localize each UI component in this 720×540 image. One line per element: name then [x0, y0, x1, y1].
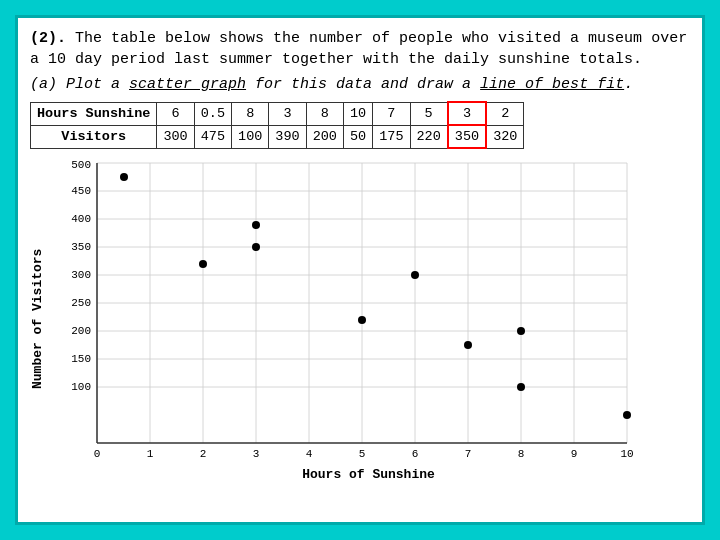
part-a-text: (a) Plot a scatter graph for this data a… [30, 76, 690, 93]
y-tick-450: 450 [71, 185, 91, 197]
x-tick-4: 4 [306, 448, 313, 460]
y-tick-150: 150 [71, 353, 91, 365]
r2c2: 475 [194, 125, 231, 148]
data-point-5 [517, 327, 525, 335]
x-tick-10: 10 [620, 448, 633, 460]
r1c3: 8 [232, 102, 269, 125]
x-tick-1: 1 [147, 448, 154, 460]
x-tick-3: 3 [253, 448, 260, 460]
x-tick-2: 2 [200, 448, 207, 460]
data-point-6 [623, 411, 631, 419]
r2c4: 390 [269, 125, 306, 148]
r1c9-highlight: 3 [448, 102, 486, 125]
y-tick-250: 250 [71, 297, 91, 309]
y-tick-300: 300 [71, 269, 91, 281]
y-tick-400: 400 [71, 213, 91, 225]
chart-wrapper: .grid-line { stroke: #ccc; stroke-width:… [47, 155, 690, 482]
data-table: Hours Sunshine 6 0.5 8 3 8 10 7 5 3 2 Vi… [30, 101, 524, 149]
r2c10: 320 [486, 125, 524, 148]
r1c10: 2 [486, 102, 524, 125]
card: (2). The table below shows the number of… [15, 15, 705, 525]
part-a-prefix: (a) Plot a [30, 76, 129, 93]
x-tick-7: 7 [465, 448, 472, 460]
scatter-graph-link: scatter graph [129, 76, 246, 93]
x-tick-0: 0 [94, 448, 101, 460]
x-tick-5: 5 [359, 448, 366, 460]
data-point-7 [464, 341, 472, 349]
r2c1: 300 [157, 125, 194, 148]
data-point-3 [517, 383, 525, 391]
problem-number: (2). [30, 30, 66, 47]
data-point-8 [358, 316, 366, 324]
y-tick-100: 100 [71, 381, 91, 393]
data-table-container: Hours Sunshine 6 0.5 8 3 8 10 7 5 3 2 Vi… [30, 101, 690, 149]
data-point-4 [252, 221, 260, 229]
problem-description: The table below shows the number of peop… [30, 30, 687, 68]
r1c5: 8 [306, 102, 343, 125]
y-tick-350: 350 [71, 241, 91, 253]
x-tick-8: 8 [518, 448, 525, 460]
r1c4: 3 [269, 102, 306, 125]
r2c5: 200 [306, 125, 343, 148]
r2c9-highlight: 350 [448, 125, 486, 148]
r1c6: 10 [343, 102, 372, 125]
data-point-1 [411, 271, 419, 279]
r2c3: 100 [232, 125, 269, 148]
problem-text: (2). The table below shows the number of… [30, 28, 690, 70]
scatter-chart: .grid-line { stroke: #ccc; stroke-width:… [47, 155, 637, 465]
r2c8: 220 [410, 125, 448, 148]
row2-header: Visitors [31, 125, 157, 148]
r1c7: 7 [373, 102, 410, 125]
r1c8: 5 [410, 102, 448, 125]
row1-header: Hours Sunshine [31, 102, 157, 125]
y-tick-200: 200 [71, 325, 91, 337]
chart-area: Number of Visitors .grid-line { stroke: … [30, 155, 690, 482]
x-tick-9: 9 [571, 448, 578, 460]
y-axis-label: Number of Visitors [30, 155, 45, 482]
x-tick-6: 6 [412, 448, 419, 460]
r1c2: 0.5 [194, 102, 231, 125]
data-point-10 [199, 260, 207, 268]
part-a-mid: for this data and draw a [246, 76, 480, 93]
best-fit-link: line of best fit [480, 76, 624, 93]
r1c1: 6 [157, 102, 194, 125]
part-a-end: . [624, 76, 633, 93]
r2c7: 175 [373, 125, 410, 148]
data-point-2 [120, 173, 128, 181]
x-axis-label: Hours of Sunshine [47, 467, 690, 482]
y-tick-500: 500 [71, 159, 91, 171]
data-point-9 [252, 243, 260, 251]
r2c6: 50 [343, 125, 372, 148]
